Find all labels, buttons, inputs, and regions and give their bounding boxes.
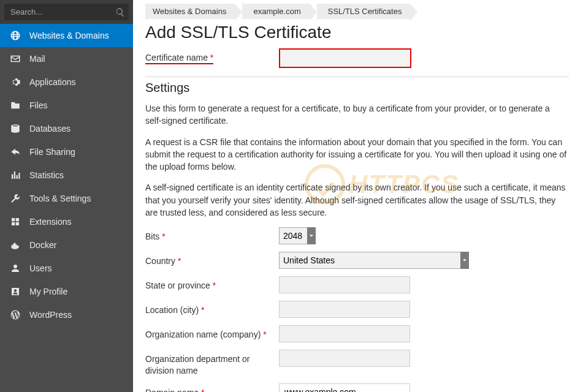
share-icon — [10, 146, 21, 157]
row-state: State or province * — [145, 276, 569, 293]
sidebar-item-applications[interactable]: Applications — [0, 70, 133, 94]
sidebar-item-label: Docker — [29, 240, 56, 250]
sidebar-item-label: Applications — [29, 77, 76, 87]
row-country: Country * United States — [145, 252, 569, 269]
sidebar-item-label: Mail — [29, 54, 45, 64]
city-input[interactable] — [279, 301, 410, 318]
description-2: A request is a CSR file that contains th… — [145, 136, 568, 173]
sidebar-item-label: Files — [29, 100, 48, 110]
sidebar-item-extensions[interactable]: Extensions — [0, 210, 133, 233]
sidebar-item-label: Statistics — [29, 170, 64, 180]
folder-icon — [10, 100, 21, 111]
user-icon — [10, 263, 21, 274]
sidebar-item-label: Users — [29, 263, 52, 273]
sidebar: Websites & Domains Mail Applications Fil… — [0, 0, 133, 392]
sidebar-item-tools-settings[interactable]: Tools & Settings — [0, 187, 133, 210]
row-domain: Domain name * — [145, 383, 569, 392]
sidebar-item-wordpress[interactable]: WordPress — [0, 303, 133, 326]
mail-icon — [10, 53, 21, 64]
breadcrumb: Websites & Domains example.com SSL/TLS C… — [145, 4, 569, 19]
label-bits: Bits * — [145, 227, 279, 242]
wordpress-icon — [10, 309, 21, 320]
row-dept: Organization department or division name — [145, 350, 569, 375]
description-1: Use this form to generate a request for … — [145, 102, 568, 127]
sidebar-item-label: Tools & Settings — [29, 194, 91, 203]
row-bits: Bits * 2048 — [145, 227, 569, 244]
row-org: Organization name (company) * — [145, 325, 569, 342]
sidebar-item-label: My Profile — [29, 287, 67, 296]
section-title-settings: Settings — [145, 81, 569, 95]
label-org: Organization name (company) * — [145, 325, 279, 340]
sidebar-item-label: File Sharing — [29, 147, 75, 157]
stats-icon — [10, 170, 21, 181]
sidebar-item-docker[interactable]: Docker — [0, 233, 133, 257]
page-title: Add SSL/TLS Certificate — [145, 23, 569, 42]
profile-icon — [10, 286, 21, 297]
crumb-websites-domains[interactable]: Websites & Domains — [145, 4, 235, 19]
tools-icon — [10, 193, 21, 204]
state-input[interactable] — [279, 276, 410, 293]
extensions-icon — [10, 216, 21, 227]
sidebar-item-file-sharing[interactable]: File Sharing — [0, 140, 133, 164]
main-content: Websites & Domains example.com SSL/TLS C… — [133, 0, 575, 392]
description-3: A self-signed certificate is an identity… — [145, 181, 568, 219]
label-state: State or province * — [145, 276, 279, 291]
sidebar-item-label: Websites & Domains — [29, 31, 109, 40]
search-box — [4, 4, 129, 20]
sidebar-item-statistics[interactable]: Statistics — [0, 164, 133, 187]
sidebar-item-mail[interactable]: Mail — [0, 47, 133, 70]
label-domain: Domain name * — [145, 383, 279, 392]
cert-name-label-wrap: Certificate name * — [145, 53, 279, 64]
docker-icon — [10, 239, 21, 251]
sidebar-item-label: WordPress — [29, 310, 72, 320]
cert-name-label: Certificate name * — [145, 53, 213, 64]
sidebar-item-label: Extensions — [29, 217, 71, 227]
sidebar-item-my-profile[interactable]: My Profile — [0, 280, 133, 303]
crumb-ssl-certs[interactable]: SSL/TLS Certificates — [317, 4, 411, 19]
country-select[interactable]: United States — [279, 252, 469, 269]
row-city: Location (city) * — [145, 301, 569, 318]
sidebar-item-databases[interactable]: Databases — [0, 117, 133, 140]
sidebar-item-websites-domains[interactable]: Websites & Domains — [0, 24, 133, 47]
certificate-name-input[interactable] — [279, 48, 411, 68]
label-dept: Organization department or division name — [145, 350, 279, 375]
globe-icon — [10, 30, 21, 41]
bits-select[interactable]: 2048 — [279, 227, 316, 244]
dept-input[interactable] — [279, 350, 410, 367]
gear-icon — [10, 77, 21, 88]
org-input[interactable] — [279, 325, 410, 342]
label-city: Location (city) * — [145, 301, 279, 315]
sidebar-item-files[interactable]: Files — [0, 94, 133, 117]
required-mark: * — [210, 53, 213, 62]
search-icon[interactable] — [115, 7, 125, 17]
label-country: Country * — [145, 252, 279, 266]
crumb-domain[interactable]: example.com — [242, 4, 309, 19]
nav: Websites & Domains Mail Applications Fil… — [0, 24, 133, 392]
sidebar-item-users[interactable]: Users — [0, 257, 133, 280]
database-icon — [10, 123, 21, 134]
search-wrap — [0, 0, 133, 24]
search-input[interactable] — [4, 4, 129, 20]
domain-input[interactable] — [279, 383, 410, 392]
cert-name-row: Certificate name * — [145, 48, 569, 77]
sidebar-item-label: Databases — [29, 124, 70, 134]
